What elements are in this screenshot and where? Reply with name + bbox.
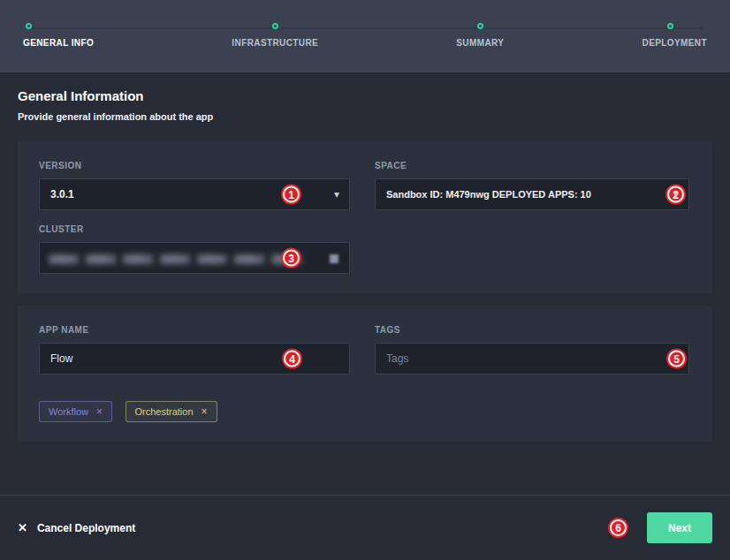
version-select[interactable]: 3.0.1 1 ▾ bbox=[39, 178, 350, 210]
general-info-form: General Information Provide general info… bbox=[0, 72, 730, 442]
space-value: Sandbox ID: M479nwg DEPLOYED APPS: 10 bbox=[386, 189, 591, 200]
app-name-input[interactable] bbox=[39, 343, 350, 375]
app-name-label: APP NAME bbox=[39, 325, 350, 335]
cluster-input[interactable]: 3 bbox=[39, 242, 350, 274]
tag-chip-workflow: Workflow × bbox=[39, 401, 112, 422]
step-infrastructure[interactable]: INFRASTRUCTURE bbox=[232, 23, 318, 72]
tag-chip-label: Workflow bbox=[49, 406, 88, 417]
close-icon: ✕ bbox=[18, 521, 27, 534]
step-label: INFRASTRUCTURE bbox=[232, 38, 318, 48]
space-label: SPACE bbox=[375, 161, 689, 170]
remove-tag-icon[interactable]: × bbox=[202, 405, 208, 418]
tags-input[interactable] bbox=[375, 343, 689, 375]
space-field: SPACE Sandbox ID: M479nwg DEPLOYED APPS:… bbox=[375, 161, 689, 210]
annotation-badge-3: 3 bbox=[283, 250, 300, 267]
step-summary[interactable]: SUMMARY bbox=[456, 23, 504, 72]
annotation-badge-4: 4 bbox=[284, 351, 300, 367]
version-label: VERSION bbox=[39, 161, 350, 170]
annotation-badge-1: 1 bbox=[283, 186, 300, 203]
tag-chip-label: Orchestration bbox=[135, 406, 194, 417]
step-indicator-icon bbox=[477, 23, 483, 29]
step-indicator-icon bbox=[272, 23, 278, 29]
tag-chip-orchestration: Orchestration × bbox=[125, 401, 217, 422]
version-value: 3.0.1 bbox=[50, 188, 74, 201]
redacted-cluster-icon bbox=[330, 254, 338, 263]
app-details-panel: APP NAME 4 TAGS 5 Workflow × bbox=[18, 306, 712, 442]
app-name-field: APP NAME 4 bbox=[39, 325, 350, 375]
step-indicator-icon bbox=[667, 23, 673, 29]
next-button[interactable]: Next bbox=[647, 512, 712, 543]
cluster-label: CLUSTER bbox=[39, 224, 350, 234]
remove-tag-icon[interactable]: × bbox=[96, 405, 103, 418]
annotation-badge-6: 6 bbox=[610, 519, 627, 536]
step-label: DEPLOYMENT bbox=[643, 38, 707, 48]
cluster-field: CLUSTER 3 bbox=[39, 224, 350, 274]
page-subtitle: Provide general information about the ap… bbox=[18, 111, 712, 122]
stepper-connector-line bbox=[27, 27, 703, 29]
step-indicator-icon bbox=[26, 23, 32, 29]
annotation-badge-5: 5 bbox=[668, 351, 685, 367]
step-general-info[interactable]: GENERAL INFO bbox=[23, 23, 94, 72]
cancel-deployment-button[interactable]: ✕ Cancel Deployment bbox=[18, 521, 135, 534]
environment-panel: VERSION 3.0.1 1 ▾ SPACE Sandbox ID: M479… bbox=[18, 141, 712, 293]
page-title: General Information bbox=[18, 88, 712, 103]
version-field: VERSION 3.0.1 1 ▾ bbox=[39, 161, 350, 210]
step-deployment[interactable]: DEPLOYMENT bbox=[643, 23, 707, 72]
chevron-down-icon[interactable]: ▾ bbox=[673, 188, 679, 201]
step-label: GENERAL INFO bbox=[23, 38, 94, 48]
tag-chips-row: Workflow × Orchestration × bbox=[39, 401, 350, 422]
wizard-footer: ✕ Cancel Deployment 6 Next bbox=[0, 495, 730, 560]
tags-field: TAGS 5 bbox=[375, 325, 689, 375]
space-select[interactable]: Sandbox ID: M479nwg DEPLOYED APPS: 10 2 … bbox=[375, 178, 689, 210]
tags-label: TAGS bbox=[375, 325, 689, 335]
cancel-deployment-label: Cancel Deployment bbox=[37, 522, 135, 534]
step-label: SUMMARY bbox=[456, 38, 504, 48]
deployment-stepper: GENERAL INFO INFRASTRUCTURE SUMMARY DEPL… bbox=[0, 0, 730, 72]
redacted-cluster-value bbox=[49, 254, 303, 264]
chevron-down-icon[interactable]: ▾ bbox=[334, 188, 339, 201]
